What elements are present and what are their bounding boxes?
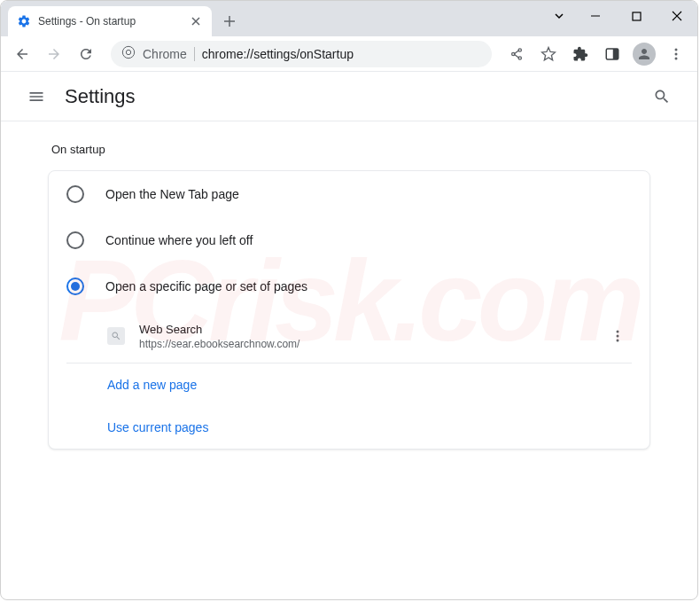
radio-option-newtab[interactable]: Open the New Tab page: [49, 171, 649, 217]
content-header: Settings: [1, 72, 697, 121]
page-url: https://sear.ebooksearchnow.com/: [139, 338, 589, 350]
section-wrap: On startup Open the New Tab page Continu…: [48, 143, 650, 450]
omnibox-prefix: Chrome: [143, 47, 187, 61]
forward-button[interactable]: [40, 40, 68, 68]
radio-option-specific[interactable]: Open a specific page or set of pages: [49, 263, 649, 309]
svg-point-5: [518, 56, 521, 59]
extensions-icon[interactable]: [566, 40, 595, 68]
page-body: On startup Open the New Tab page Continu…: [1, 121, 697, 471]
svg-point-4: [518, 48, 521, 51]
close-icon[interactable]: [189, 14, 203, 28]
search-favicon-icon: [107, 327, 125, 345]
svg-point-13: [617, 340, 619, 342]
svg-point-12: [617, 335, 619, 338]
svg-point-8: [675, 48, 678, 51]
specific-pages-section: Web Search https://sear.ebooksearchnow.c…: [49, 309, 649, 449]
address-bar[interactable]: Chrome chrome://settings/onStartup: [111, 41, 492, 67]
back-button[interactable]: [8, 40, 36, 68]
radio-label: Open a specific page or set of pages: [105, 279, 307, 293]
chevron-down-icon[interactable]: [543, 1, 575, 31]
browser-tab[interactable]: Settings - On startup: [8, 6, 212, 36]
close-window-button[interactable]: [657, 1, 697, 31]
startup-page-row: Web Search https://sear.ebooksearchnow.c…: [66, 309, 632, 364]
hamburger-icon[interactable]: [19, 79, 54, 114]
titlebar: Settings - On startup: [1, 1, 697, 36]
browser-window: PCrisk.com Settings - On startup: [0, 0, 698, 600]
profile-button[interactable]: [630, 40, 658, 68]
minimize-button[interactable]: [575, 1, 616, 31]
reload-button[interactable]: [72, 40, 100, 68]
side-panel-icon[interactable]: [598, 40, 626, 68]
more-icon[interactable]: [603, 322, 632, 350]
chrome-icon: [121, 45, 136, 63]
radio-label: Open the New Tab page: [105, 187, 239, 201]
svg-point-10: [675, 57, 678, 59]
menu-icon[interactable]: [662, 40, 690, 68]
svg-rect-0: [633, 12, 641, 20]
new-tab-button[interactable]: [217, 9, 242, 34]
svg-point-11: [617, 331, 619, 333]
avatar: [633, 43, 656, 66]
page-title: Settings: [65, 85, 136, 108]
radio-option-continue[interactable]: Continue where you left off: [49, 217, 649, 263]
page-info: Web Search https://sear.ebooksearchnow.c…: [139, 323, 589, 350]
radio-label: Continue where you left off: [105, 233, 253, 247]
add-new-page-link[interactable]: Add a new page: [66, 364, 632, 406]
window-controls: [543, 1, 697, 31]
bookmark-icon[interactable]: [534, 40, 563, 68]
svg-point-1: [122, 46, 134, 58]
page-name: Web Search: [139, 323, 589, 336]
svg-point-9: [675, 52, 678, 55]
svg-rect-7: [613, 49, 618, 59]
radio-icon: [66, 231, 84, 249]
gear-icon: [17, 14, 31, 28]
omnibox-separator: [194, 47, 195, 61]
radio-icon: [66, 185, 84, 203]
maximize-button[interactable]: [616, 1, 657, 31]
radio-icon-selected: [66, 278, 84, 295]
use-current-pages-link[interactable]: Use current pages: [66, 406, 632, 449]
share-icon[interactable]: [502, 40, 531, 68]
section-title: On startup: [48, 143, 650, 156]
svg-point-3: [512, 52, 515, 55]
omnibox-url: chrome://settings/onStartup: [202, 47, 354, 61]
toolbar: Chrome chrome://settings/onStartup: [1, 36, 697, 72]
search-icon[interactable]: [644, 79, 680, 114]
svg-point-2: [126, 50, 130, 54]
startup-card: Open the New Tab page Continue where you…: [48, 170, 650, 450]
tab-title: Settings - On startup: [38, 15, 182, 27]
